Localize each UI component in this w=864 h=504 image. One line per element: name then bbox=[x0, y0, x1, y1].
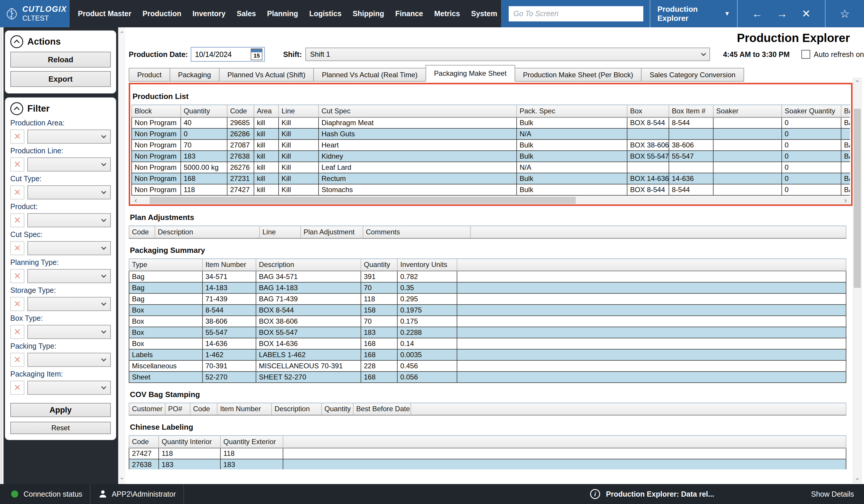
calendar-icon[interactable]: 15 bbox=[251, 48, 262, 60]
nav-item-system[interactable]: System bbox=[471, 9, 497, 18]
planning-type-select[interactable] bbox=[27, 269, 111, 283]
column-header[interactable]: Description bbox=[272, 403, 322, 415]
table-row[interactable]: Non Program4029685killKillDiaphragm Meat… bbox=[132, 117, 850, 128]
column-header[interactable]: Code bbox=[227, 105, 254, 117]
nav-item-metrics[interactable]: Metrics bbox=[434, 9, 460, 18]
table-row[interactable]: Bag34-571BAG 34-5713910.782 bbox=[129, 271, 846, 282]
column-header[interactable]: Description bbox=[256, 259, 361, 271]
forward-button[interactable]: → bbox=[777, 9, 787, 19]
clear-packing-type-button[interactable]: ✕ bbox=[10, 353, 24, 367]
column-header[interactable] bbox=[411, 403, 846, 415]
scroll-left-icon[interactable]: ‹ bbox=[131, 196, 140, 205]
column-header[interactable]: Plan Adjustment bbox=[301, 226, 363, 238]
nav-item-production[interactable]: Production bbox=[143, 9, 181, 18]
column-header[interactable]: Quantity Exterior bbox=[220, 435, 283, 448]
column-header[interactable] bbox=[457, 259, 846, 271]
cut-type-select[interactable] bbox=[27, 185, 111, 199]
packing-type-select[interactable] bbox=[27, 353, 111, 367]
table-row[interactable]: Miscellaneous70-391MISCELLANEOUS 70-3912… bbox=[129, 360, 846, 371]
nav-item-finance[interactable]: Finance bbox=[395, 9, 423, 18]
scroll-down-icon[interactable]: ⌄ bbox=[119, 474, 124, 481]
column-header[interactable]: Box Item # bbox=[669, 105, 713, 117]
sidebar-scrollbar[interactable]: ⌃ ⌄ bbox=[118, 27, 125, 484]
column-header[interactable]: Quantity bbox=[322, 403, 353, 415]
nav-item-sales[interactable]: Sales bbox=[237, 9, 256, 18]
table-row[interactable]: Box8-544BOX 8-5441580.1975 bbox=[129, 305, 846, 316]
column-header[interactable]: Soaker bbox=[713, 105, 782, 117]
column-header[interactable]: Area bbox=[254, 105, 279, 117]
column-header[interactable]: Code bbox=[129, 226, 155, 238]
tab-planned-vs-actual-real-time[interactable]: Planned Vs Actual (Real Time) bbox=[313, 68, 426, 82]
clear-production-area-button[interactable]: ✕ bbox=[10, 130, 24, 144]
clear-storage-type-button[interactable]: ✕ bbox=[10, 297, 24, 311]
collapse-actions-button[interactable] bbox=[10, 35, 23, 48]
auto-refresh-checkbox[interactable] bbox=[801, 50, 810, 59]
column-header[interactable] bbox=[283, 435, 846, 448]
status-message[interactable]: Production Explorer: Data rel... bbox=[606, 490, 714, 499]
column-header[interactable]: Item Number bbox=[217, 403, 272, 415]
table-row[interactable]: Non Program18327638killKillKidneyBulkBOX… bbox=[132, 151, 850, 162]
horizontal-scroll-track[interactable] bbox=[140, 196, 841, 205]
cut-spec-select[interactable] bbox=[27, 241, 111, 255]
column-header[interactable]: Description bbox=[155, 226, 260, 238]
table-row[interactable]: Non Program7027087killKillHeartBulkBOX 3… bbox=[132, 139, 850, 151]
table-row[interactable]: Sheet52-270SHEET 52-2701680.056 bbox=[129, 371, 846, 383]
nav-item-shipping[interactable]: Shipping bbox=[353, 9, 384, 18]
nav-item-product-master[interactable]: Product Master bbox=[78, 9, 131, 18]
show-details-button[interactable]: Show Details bbox=[811, 490, 854, 499]
column-header[interactable]: Quantity Interior bbox=[159, 435, 220, 448]
table-row[interactable]: 27638183183 bbox=[129, 459, 846, 469]
tab-product[interactable]: Product bbox=[129, 68, 170, 82]
table-row[interactable]: Box38-606BOX 38-606700.175 bbox=[129, 316, 846, 327]
column-header[interactable]: Comments bbox=[363, 226, 470, 238]
column-header[interactable]: Line bbox=[260, 226, 301, 238]
reload-button[interactable]: Reload bbox=[10, 52, 111, 67]
column-header[interactable]: Quantity bbox=[181, 105, 227, 117]
table-row[interactable]: Labels1-462LABELS 1-4621680.0035 bbox=[129, 349, 846, 360]
scroll-right-icon[interactable]: › bbox=[841, 196, 850, 205]
column-header[interactable]: Inventory Units bbox=[397, 259, 457, 271]
nav-item-inventory[interactable]: Inventory bbox=[192, 9, 226, 18]
tab-sales-category-conversion[interactable]: Sales Category Conversion bbox=[641, 68, 744, 82]
table-row[interactable]: Box55-547BOX 55-5471830.2288 bbox=[129, 327, 846, 338]
table-row[interactable]: 27427118118 bbox=[129, 448, 846, 459]
column-header[interactable]: PO# bbox=[165, 403, 190, 415]
table-row[interactable]: Non Program11827427killKillStomachsBulkB… bbox=[132, 184, 850, 195]
tab-planned-vs-actual-shift[interactable]: Planned Vs Actual (Shift) bbox=[219, 68, 314, 82]
scroll-up-icon[interactable]: ⌃ bbox=[854, 78, 860, 88]
production-area-select[interactable] bbox=[27, 130, 111, 144]
clear-planning-type-button[interactable]: ✕ bbox=[10, 269, 24, 283]
column-header[interactable]: Pack. Spec bbox=[517, 105, 627, 117]
column-header[interactable]: Bag bbox=[841, 105, 850, 117]
column-header[interactable]: Line bbox=[279, 105, 319, 117]
table-row[interactable]: Bag71-439BAG 71-4391180.295 bbox=[129, 293, 846, 305]
scroll-down-icon[interactable]: ⌄ bbox=[854, 472, 860, 482]
tab-packaging[interactable]: Packaging bbox=[170, 68, 219, 82]
clear-cut-type-button[interactable]: ✕ bbox=[10, 185, 24, 199]
column-header[interactable] bbox=[470, 226, 846, 238]
column-header[interactable]: Soaker Quantity bbox=[782, 105, 841, 117]
storage-type-select[interactable] bbox=[27, 297, 111, 311]
production-line-select[interactable] bbox=[27, 157, 111, 172]
nav-item-planning[interactable]: Planning bbox=[267, 9, 298, 18]
shift-select[interactable]: Shift 1 bbox=[305, 48, 710, 61]
clear-product-button[interactable]: ✕ bbox=[10, 213, 24, 227]
production-date-input[interactable]: 10/14/2024 15 bbox=[191, 47, 265, 62]
apply-filter-button[interactable]: Apply bbox=[10, 403, 111, 417]
horizontal-scroll-thumb[interactable] bbox=[149, 197, 576, 204]
scroll-up-icon[interactable]: ⌃ bbox=[119, 30, 124, 38]
box-type-select[interactable] bbox=[27, 325, 111, 339]
vertical-scrollbar[interactable]: ⌃ ⌄ bbox=[853, 78, 862, 483]
production-list-horizontal-scrollbar[interactable]: ‹ › bbox=[131, 196, 850, 205]
goto-screen-input[interactable] bbox=[509, 6, 643, 22]
column-header[interactable]: Code bbox=[190, 403, 217, 415]
tab-packaging-make-sheet[interactable]: Packaging Make Sheet bbox=[425, 65, 515, 82]
export-button[interactable]: Export bbox=[10, 71, 111, 87]
table-row[interactable]: Box14-636BOX 14-6361680.14 bbox=[129, 338, 846, 349]
clear-production-line-button[interactable]: ✕ bbox=[10, 157, 24, 172]
column-header[interactable]: Code bbox=[129, 435, 159, 448]
favorite-star-button[interactable]: ☆ bbox=[840, 8, 850, 20]
back-button[interactable]: ← bbox=[752, 9, 763, 19]
tab-production-make-sheet-per-block[interactable]: Production Make Sheet (Per Block) bbox=[515, 68, 642, 82]
column-header[interactable]: Cut Spec bbox=[319, 105, 517, 117]
